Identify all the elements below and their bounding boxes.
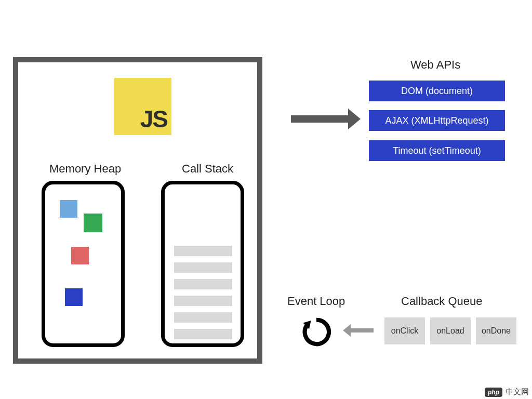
- heap-block: [84, 214, 102, 232]
- loop-icon: [301, 317, 331, 347]
- arrow-right-icon: [291, 115, 348, 123]
- stack-frame: [174, 312, 232, 323]
- watermark: php 中文网: [485, 387, 529, 397]
- heap-block: [65, 288, 83, 306]
- heap-block: [60, 200, 77, 218]
- web-api-item: Timeout (setTimeout): [369, 140, 505, 161]
- web-api-item: DOM (document): [369, 81, 505, 101]
- memory-heap-panel: [42, 181, 125, 347]
- stack-frame: [174, 262, 232, 273]
- stack-frame: [174, 279, 232, 289]
- callback-item: onLoad: [430, 317, 471, 344]
- stack-frame: [174, 329, 232, 339]
- web-api-item: AJAX (XMLHttpRequest): [369, 110, 505, 131]
- call-stack-label: Call Stack: [182, 162, 233, 176]
- js-engine-frame: JS Memory Heap Call Stack: [13, 57, 262, 364]
- web-apis-title: Web APIs: [410, 58, 460, 72]
- heap-block: [71, 247, 89, 264]
- stack-frame: [174, 296, 232, 306]
- watermark-badge: php: [485, 388, 502, 397]
- watermark-text: 中文网: [506, 387, 529, 397]
- callback-queue-title: Callback Queue: [401, 295, 483, 308]
- event-loop-title: Event Loop: [287, 295, 345, 308]
- arrow-left-icon: [351, 328, 374, 332]
- stack-frame: [174, 246, 232, 256]
- js-logo: JS: [114, 78, 171, 135]
- callback-item: onClick: [384, 317, 425, 344]
- callback-item: onDone: [476, 317, 516, 344]
- memory-heap-label: Memory Heap: [49, 162, 121, 176]
- call-stack-panel: [161, 181, 244, 347]
